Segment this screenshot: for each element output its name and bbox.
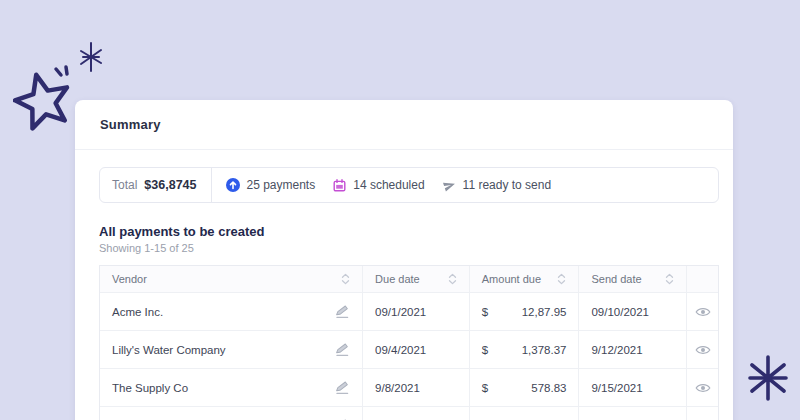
amount-value: 1,378.37 <box>522 344 567 356</box>
summary-card: Summary Total $36,8745 25 payments <box>75 100 733 420</box>
column-header-amount-due[interactable]: Amount due <box>470 266 580 292</box>
card-header: Summary <box>75 100 733 150</box>
amount-value: 12,87.95 <box>522 306 567 318</box>
vendor-name: The Supply Co <box>112 382 188 394</box>
stat-payments: 25 payments <box>226 178 316 192</box>
vendor-cell: Acme Inc. <box>100 293 363 330</box>
send-date-cell: 9/17/2021 <box>579 407 687 420</box>
due-date-cell: 9/8/2021 <box>363 369 470 406</box>
sort-icon[interactable] <box>341 273 350 285</box>
stat-label: 25 payments <box>247 178 316 192</box>
edit-pen-icon[interactable] <box>334 380 350 395</box>
eye-icon[interactable] <box>695 306 711 318</box>
eye-icon[interactable] <box>695 344 711 356</box>
edit-pen-icon[interactable] <box>334 342 350 357</box>
amount-due-cell: $ 578.83 <box>470 369 580 406</box>
paper-plane-icon <box>443 179 456 192</box>
table-row: ABC Manufacturing 9/10/2021 $ 978.56 9/1… <box>100 407 718 420</box>
eye-icon[interactable] <box>695 382 711 394</box>
edit-pen-icon[interactable] <box>334 304 350 319</box>
payments-table: Vendor Due date Amount due <box>99 265 719 420</box>
vendor-name: Acme Inc. <box>112 306 163 318</box>
arrow-up-circle-icon <box>226 178 240 192</box>
vendor-cell: ABC Manufacturing <box>100 407 363 420</box>
send-date-cell: 9/15/2021 <box>579 369 687 406</box>
section-heading: All payments to be created <box>99 224 719 239</box>
amount-value: 578.83 <box>531 382 566 394</box>
column-header-actions <box>687 266 718 292</box>
vendor-name: Lilly's Water Company <box>112 344 226 356</box>
amount-due-cell: $ 1,378.37 <box>470 331 580 368</box>
amount-due-cell: $ 12,87.95 <box>470 293 580 330</box>
stat-scheduled: 14 scheduled <box>333 178 424 192</box>
divider <box>211 168 212 203</box>
currency-symbol: $ <box>482 344 488 356</box>
calendar-icon <box>333 179 346 192</box>
amount-due-cell: $ 978.56 <box>470 407 580 420</box>
due-date-cell: 9/10/2021 <box>363 407 470 420</box>
stat-label: 11 ready to send <box>463 178 552 192</box>
table-row: The Supply Co 9/8/2021 $ 578.83 9/15/202… <box>100 369 718 407</box>
page-title: Summary <box>100 117 161 132</box>
column-header-due-date[interactable]: Due date <box>363 266 470 292</box>
sort-icon[interactable] <box>448 273 457 285</box>
view-payment-cell <box>687 331 718 368</box>
currency-symbol: $ <box>482 306 488 318</box>
view-payment-cell <box>687 369 718 406</box>
table-row: Lilly's Water Company 09/4/2021 $ 1,378.… <box>100 331 718 369</box>
currency-symbol: $ <box>482 382 488 394</box>
column-header-vendor[interactable]: Vendor <box>100 266 363 292</box>
sparkle-burst-icon <box>744 354 792 402</box>
summary-stats-bar: Total $36,8745 25 payments 14 scheduled <box>99 167 719 203</box>
total-group: Total $36,8745 <box>112 178 211 192</box>
total-label: Total <box>112 178 137 192</box>
send-date-cell: 9/12/2021 <box>579 331 687 368</box>
table-row: Acme Inc. 09/1/2021 $ 12,87.95 09/10/202… <box>100 293 718 331</box>
pagination-status: Showing 1-15 of 25 <box>99 242 719 254</box>
hand-drawn-star-icon <box>13 62 79 132</box>
sort-icon[interactable] <box>665 273 674 285</box>
sort-icon[interactable] <box>557 273 566 285</box>
view-payment-cell <box>687 407 718 420</box>
table-header-row: Vendor Due date Amount due <box>100 266 718 293</box>
sparkle-star-icon <box>76 42 106 72</box>
column-header-send-date[interactable]: Send date <box>579 266 687 292</box>
due-date-cell: 09/1/2021 <box>363 293 470 330</box>
vendor-cell: Lilly's Water Company <box>100 331 363 368</box>
send-date-cell: 09/10/2021 <box>579 293 687 330</box>
due-date-cell: 09/4/2021 <box>363 331 470 368</box>
total-value: $36,8745 <box>144 178 196 192</box>
stat-label: 14 scheduled <box>353 178 424 192</box>
view-payment-cell <box>687 293 718 330</box>
vendor-cell: The Supply Co <box>100 369 363 406</box>
stat-ready-to-send: 11 ready to send <box>443 178 552 192</box>
